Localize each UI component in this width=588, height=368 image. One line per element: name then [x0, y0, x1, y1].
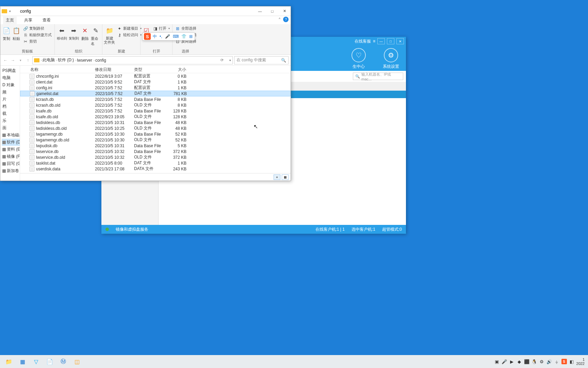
details-view-button[interactable]: ≡ — [274, 174, 280, 180]
close-button[interactable]: ✕ — [278, 6, 291, 16]
menu-icon[interactable]: ≡ — [373, 39, 375, 44]
nav-item[interactable]: 面 — [2, 124, 20, 132]
open-button[interactable]: ◨打开▾ — [151, 26, 171, 31]
select-all-button[interactable]: ⊞全部选择 — [174, 26, 198, 31]
tray-icon[interactable]: ▣ — [494, 359, 500, 364]
collapse-ribbon-icon[interactable]: ^ — [279, 17, 280, 21]
tray-icon[interactable]: ◆ — [517, 359, 522, 364]
file-list[interactable]: chnconfig.ini2022/8/19 3:07配置设置0 KBclien… — [20, 73, 291, 173]
tray-icon[interactable]: 🐧 — [532, 359, 537, 364]
navigation-pane[interactable]: PS网盘电脑D 对象频片档载乐面本地磁盘 (C:)软件 (D:)资料 (E:)镜… — [0, 66, 20, 181]
tab-share[interactable]: 共享 — [21, 16, 35, 24]
nav-item[interactable]: 镜像 (F:) — [2, 153, 20, 160]
tab-home[interactable]: 主页 — [3, 16, 17, 24]
tab-view[interactable]: 查看 — [40, 16, 53, 24]
nav-item[interactable]: 片 — [2, 96, 20, 103]
volume-icon[interactable]: 🔊 — [546, 359, 552, 364]
nav-item[interactable]: 回写 (G:) — [2, 160, 20, 167]
nav-item[interactable]: 新加卷 (H:) — [2, 167, 20, 174]
ime-toolbox-icon[interactable]: ⊞ — [189, 34, 193, 39]
forward-button[interactable]: → — [10, 57, 16, 63]
tray-icon[interactable]: ◧ — [569, 359, 574, 364]
taskbar[interactable]: 📁 ▦ ▽ 📄 Ⓜ ◫ ▣ 🎤 ▶ ◆ ⬛ 🐧 ⚙ 🔊 ⏚ S ◧ 1 2022 — [0, 355, 588, 368]
delete-button[interactable]: ✕删除 — [80, 25, 90, 41]
paste-button[interactable]: 📋粘贴 — [12, 25, 21, 41]
col-type[interactable]: 类型 — [131, 66, 165, 73]
nav-item[interactable]: 资料 (E:) — [2, 146, 20, 153]
file-row[interactable]: lwservice.db.old2022/10/5 10:32OLD 文件372… — [20, 154, 291, 160]
clock[interactable]: 1 2022 — [576, 357, 585, 366]
app-taskbar-icon[interactable]: 📄 — [43, 356, 56, 367]
file-row[interactable]: lwgamemgr.db2022/10/5 10:30Data Base Fil… — [20, 131, 291, 137]
copy-button[interactable]: 📄复制 — [2, 25, 11, 41]
back-button[interactable]: ← — [2, 57, 9, 63]
copy-to-button[interactable]: ➡复制到 — [68, 25, 79, 41]
file-row[interactable]: lwdiskless.db2022/10/5 10:31Data Base Fi… — [20, 120, 291, 125]
ime-toolbar[interactable]: S 中 •, 🎤 ⌨ 👕 ⊞ — [142, 32, 195, 41]
nav-item[interactable]: 本地磁盘 (C:) — [2, 132, 20, 139]
file-explorer-taskbar-icon[interactable]: 📁 — [2, 356, 16, 367]
app-taskbar-icon[interactable]: ▦ — [16, 356, 29, 367]
nav-item[interactable]: PS网盘 — [2, 67, 20, 74]
app-taskbar-icon[interactable]: Ⓜ — [56, 356, 70, 367]
refresh-icon[interactable]: ⟳ — [220, 58, 224, 62]
tray-icon[interactable]: 🎤 — [502, 359, 507, 364]
copy-path-button[interactable]: 🔗复制路径 — [22, 26, 53, 31]
address-dropdown-icon[interactable]: ▾ — [229, 59, 231, 62]
nav-item[interactable]: 频 — [2, 89, 20, 96]
col-name[interactable]: 名称 — [20, 66, 92, 73]
tray-icon[interactable]: ▶ — [509, 359, 514, 364]
ime-skin-icon[interactable]: 👕 — [181, 34, 187, 39]
file-row[interactable]: lwpudisk.db2022/10/5 10:31Data Base File… — [20, 143, 291, 149]
qat-down-icon[interactable]: ▾ — [9, 10, 11, 13]
col-size[interactable]: 大小 — [165, 66, 189, 73]
app-taskbar-icon[interactable]: ▽ — [29, 356, 43, 367]
search-input[interactable]: 在 config 中搜索 🔍 — [234, 56, 289, 64]
icons-view-button[interactable]: ▦ — [282, 174, 289, 180]
minimize-button[interactable]: — — [254, 6, 266, 16]
paste-shortcut-button[interactable]: ⎘粘贴快捷方式 — [22, 32, 53, 38]
file-row[interactable]: chnconfig.ini2022/8/19 3:07配置设置0 KB — [20, 73, 291, 79]
file-row[interactable]: client.dat2022/10/5 9:52DAT 文件1 KB — [20, 79, 291, 85]
up-button[interactable]: ↑ — [25, 57, 31, 63]
system-tray[interactable]: ▣ 🎤 ▶ ◆ ⬛ 🐧 ⚙ 🔊 ⏚ S ◧ 1 2022 — [494, 357, 586, 366]
help-icon[interactable]: ? — [283, 17, 289, 22]
nav-item[interactable]: 档 — [2, 103, 20, 110]
easy-access-button[interactable]: ⚷轻松访问▾ — [116, 32, 143, 38]
file-row[interactable]: gamelist.dat2022/10/5 7:52DAT 文件781 KB — [20, 91, 291, 96]
file-row[interactable]: lwgamemgr.db.old2022/10/5 10:30OLD 文件52 … — [20, 137, 291, 143]
cut-button[interactable]: ✂剪切 — [22, 39, 53, 44]
ime-keyboard-icon[interactable]: ⌨ — [172, 34, 179, 39]
nav-item[interactable]: D 对象 — [2, 81, 20, 89]
close-button[interactable]: ✕ — [396, 38, 404, 44]
file-row[interactable]: lwservice.db2022/10/5 10:32Data Base Fil… — [20, 149, 291, 154]
rename-button[interactable]: ✎重命名 — [91, 25, 101, 46]
ime-lang[interactable]: 中 — [152, 34, 158, 40]
nav-item[interactable]: 乐 — [2, 117, 20, 124]
toolbar-center[interactable]: ♡ 生中心 — [352, 48, 366, 70]
network-icon[interactable]: ⏚ — [554, 359, 559, 364]
titlebar[interactable]: ▾ config — □ ✕ — [0, 6, 291, 16]
minimize-button[interactable]: — — [377, 38, 385, 44]
app-taskbar-icon[interactable]: ◫ — [70, 356, 84, 367]
new-folder-button[interactable]: 📁新建 文件夹 — [104, 25, 115, 44]
nav-item[interactable]: 软件 (D:) — [2, 139, 20, 146]
nav-item[interactable]: 电脑 — [2, 74, 20, 81]
address-bar[interactable]: ›此电脑 ›软件 (D:) ›lwserver ›config ▾ ⟳ — [32, 56, 233, 64]
maximize-button[interactable]: □ — [266, 6, 278, 16]
new-item-button[interactable]: ✦新建项目▾ — [116, 26, 143, 31]
file-row[interactable]: ksafe.db2022/10/5 7:52Data Base File128 … — [20, 108, 291, 114]
file-row[interactable]: tasklist.dat2022/10/5 8:00DAT 文件1 KB — [20, 160, 291, 166]
recent-dropdown[interactable]: ▾ — [17, 57, 23, 63]
tray-icon[interactable]: ⬛ — [524, 359, 529, 364]
col-date[interactable]: 修改日期 — [92, 66, 131, 73]
ime-voice-icon[interactable]: 🎤 — [164, 34, 171, 39]
app-search-input[interactable]: 🔍 输入机器名、IP或mac... — [353, 73, 403, 80]
maximize-button[interactable]: □ — [387, 38, 394, 44]
ime-tray-icon[interactable]: S — [561, 359, 567, 364]
file-row[interactable]: userdisk.data2021/3/23 17:08DATA 文件243 K… — [20, 166, 291, 172]
file-row[interactable]: lwdiskless.db.old2022/10/5 10:25OLD 文件48… — [20, 125, 291, 131]
file-row[interactable]: kcrash.db2022/10/5 7:52Data Base File8 K… — [20, 96, 291, 102]
file-row[interactable]: ksafe.db.old2022/9/23 19:05OLD 文件128 KB — [20, 114, 291, 120]
nav-item[interactable]: 载 — [2, 110, 20, 117]
